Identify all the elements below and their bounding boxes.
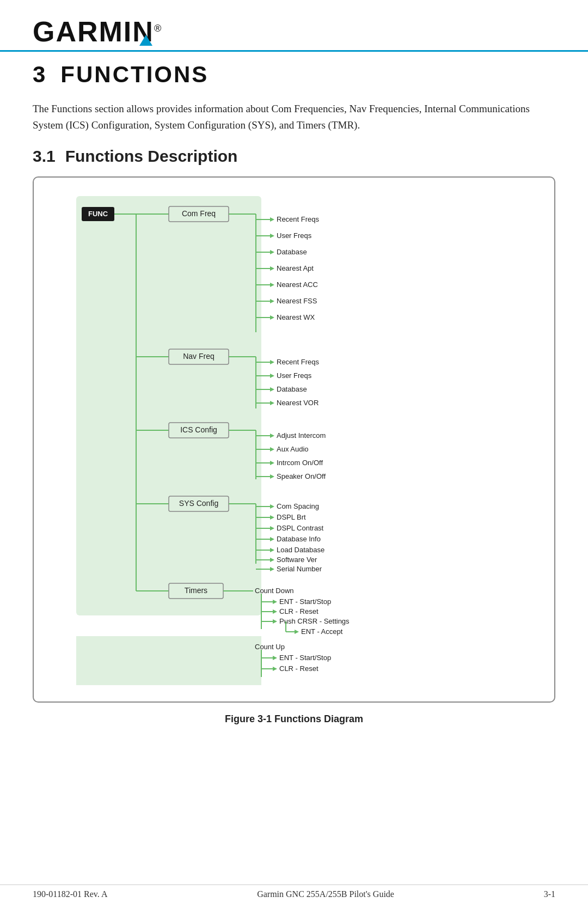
ics-config-label: ICS Config	[180, 425, 217, 434]
svg-text:Push CRSR - Settings: Push CRSR - Settings	[279, 617, 350, 625]
chapter-number: 3	[33, 62, 45, 87]
chapter-heading: 3 FUNCTIONS	[0, 52, 588, 91]
svg-marker-52	[270, 447, 274, 452]
svg-marker-68	[270, 515, 274, 520]
intro-paragraph: The Functions section allows provides in…	[0, 91, 588, 139]
svg-marker-110	[273, 667, 277, 671]
svg-marker-80	[270, 558, 274, 562]
page-footer: 190-01182-01 Rev. A Garmin GNC 255A/255B…	[0, 884, 588, 899]
svg-marker-20	[270, 283, 274, 287]
diagram-svg-2: Count Up ENT - Start/Stop CLR - Reset	[60, 636, 528, 691]
svg-marker-42	[270, 401, 274, 405]
svg-marker-49	[270, 434, 274, 438]
svg-text:Nearest WX: Nearest WX	[277, 313, 315, 321]
svg-text:ENT - Accept: ENT - Accept	[301, 627, 343, 636]
svg-text:Nearest VOR: Nearest VOR	[277, 399, 318, 407]
svg-text:Count Up: Count Up	[255, 643, 285, 651]
svg-marker-11	[270, 234, 274, 238]
svg-marker-36	[270, 374, 274, 378]
svg-text:Intrcom On/Off: Intrcom On/Off	[277, 459, 323, 467]
svg-text:Nearest Apt: Nearest Apt	[277, 264, 314, 272]
figure-caption: Figure 3-1 Functions Diagram	[0, 708, 588, 728]
nav-freq-label: Nav Freq	[183, 352, 215, 361]
diagram-svg: FUNC Com Freq Recent Freqs User Freqs Da…	[60, 191, 528, 637]
svg-text:Nearest FSS: Nearest FSS	[277, 297, 317, 305]
svg-marker-58	[270, 474, 274, 479]
svg-marker-8	[270, 217, 274, 222]
timers-label: Timers	[185, 586, 207, 595]
svg-marker-26	[270, 315, 274, 320]
svg-text:CLR - Reset: CLR - Reset	[279, 607, 318, 615]
svg-marker-107	[273, 656, 277, 660]
com-freq-label: Com Freq	[182, 209, 216, 218]
section-heading: 3.1 Functions Description	[0, 139, 588, 171]
reg-symbol: ®	[154, 23, 162, 34]
svg-text:ENT - Start/Stop: ENT - Start/Stop	[279, 654, 331, 662]
svg-text:Recent Freqs: Recent Freqs	[277, 215, 320, 223]
svg-marker-55	[270, 461, 274, 465]
svg-text:Nearest ACC: Nearest ACC	[277, 280, 318, 289]
svg-rect-103	[76, 636, 261, 685]
section-title: Functions Description	[65, 147, 238, 166]
page-header: GARMIN®	[0, 0, 588, 52]
chapter-title: FUNCTIONS	[60, 62, 209, 87]
svg-text:Adjust Intercom: Adjust Intercom	[277, 431, 326, 440]
svg-marker-14	[270, 250, 274, 254]
svg-text:DSPL Brt: DSPL Brt	[277, 513, 306, 521]
svg-text:Count Down: Count Down	[255, 587, 294, 595]
svg-text:Load Database: Load Database	[277, 546, 324, 554]
svg-text:Database: Database	[277, 385, 307, 393]
garmin-triangle-icon	[139, 35, 152, 46]
svg-marker-74	[270, 537, 274, 541]
svg-marker-33	[270, 360, 274, 364]
svg-marker-17	[270, 266, 274, 271]
svg-text:CLR - Reset: CLR - Reset	[279, 664, 318, 673]
svg-text:Com Spacing: Com Spacing	[277, 502, 319, 510]
svg-text:User Freqs: User Freqs	[277, 231, 312, 240]
svg-text:ENT - Start/Stop: ENT - Start/Stop	[279, 597, 331, 606]
svg-marker-91	[273, 600, 277, 604]
svg-marker-77	[270, 548, 274, 552]
svg-text:Speaker On/Off: Speaker On/Off	[277, 472, 326, 480]
svg-marker-101	[295, 630, 299, 634]
svg-marker-94	[273, 609, 277, 614]
svg-text:Recent Freqs: Recent Freqs	[277, 358, 320, 366]
footer-left: 190-01182-01 Rev. A	[33, 889, 107, 899]
svg-text:Database Info: Database Info	[277, 535, 321, 543]
svg-text:Software Ver: Software Ver	[277, 556, 317, 564]
svg-marker-65	[270, 504, 274, 509]
section-number: 3.1	[33, 147, 56, 166]
sys-config-label: SYS Config	[179, 499, 218, 508]
functions-diagram: FUNC Com Freq Recent Freqs User Freqs Da…	[33, 176, 555, 703]
svg-text:User Freqs: User Freqs	[277, 371, 312, 380]
logo-text: GARMIN	[33, 16, 154, 47]
svg-marker-83	[270, 567, 274, 571]
garmin-logo: GARMIN®	[33, 17, 162, 46]
svg-marker-71	[270, 526, 274, 530]
svg-marker-97	[273, 619, 277, 624]
svg-marker-23	[270, 299, 274, 303]
footer-right: 3-1	[544, 889, 555, 899]
footer-center: Garmin GNC 255A/255B Pilot's Guide	[257, 889, 394, 899]
svg-text:Aux Audio: Aux Audio	[277, 445, 309, 453]
svg-text:Database: Database	[277, 248, 307, 256]
svg-rect-0	[76, 196, 261, 615]
func-label: FUNC	[88, 210, 108, 218]
svg-text:DSPL Contrast: DSPL Contrast	[277, 524, 324, 532]
svg-marker-39	[270, 387, 274, 392]
svg-text:Serial Number: Serial Number	[277, 565, 322, 573]
